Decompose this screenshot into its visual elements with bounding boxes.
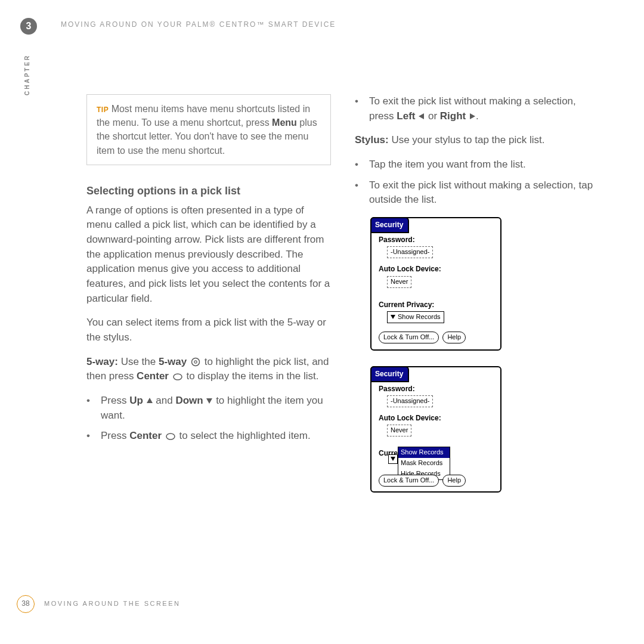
autolock-field[interactable]: Never: [387, 276, 411, 288]
password-label: Password:: [379, 235, 493, 245]
tip-label: TIP: [97, 106, 109, 114]
svg-marker-7: [470, 113, 475, 119]
security-tab[interactable]: Security: [370, 217, 409, 233]
up-arrow-icon: [146, 397, 153, 404]
security-tab[interactable]: Security: [370, 366, 409, 382]
right-bullets-1: •To exit the pick list without making a …: [355, 94, 599, 123]
svg-point-1: [194, 361, 197, 363]
palm-security-panel-open: Security Password: -Unassigned- Auto Loc…: [370, 366, 501, 493]
para1: A range of options is often presented in…: [86, 203, 331, 306]
svg-marker-4: [206, 398, 212, 404]
right-arrow-icon: [469, 113, 476, 120]
privacy-picklist[interactable]: Show Records: [387, 311, 444, 323]
lock-turnoff-button[interactable]: Lock & Turn Off...: [379, 332, 439, 343]
picklist-toggle[interactable]: [388, 454, 398, 464]
svg-point-5: [166, 434, 175, 439]
fiveway-lead: 5-way:: [86, 356, 118, 367]
chapter-badge: 3: [20, 18, 37, 35]
password-field[interactable]: -Unassigned-: [387, 246, 433, 258]
fiveway-icon: [190, 357, 202, 367]
svg-point-2: [174, 374, 182, 380]
dropdown-option-mask[interactable]: Mask Records: [398, 458, 450, 469]
stylus-para: Stylus: Use your stylus to tap the pick …: [355, 133, 599, 148]
down-arrow-icon: [206, 397, 213, 404]
para2: You can select items from a pick list wi…: [86, 315, 331, 345]
autolock-label: Auto Lock Device:: [379, 413, 493, 423]
chevron-down-icon: [391, 457, 395, 461]
center-icon: [172, 373, 184, 381]
footer-title: MOVING AROUND THE SCREEN: [44, 599, 181, 609]
chapter-side-label: CHAPTER: [23, 54, 32, 95]
svg-marker-6: [419, 113, 424, 119]
help-button[interactable]: Help: [442, 332, 466, 343]
password-label: Password:: [379, 384, 493, 394]
password-field[interactable]: -Unassigned-: [387, 395, 433, 407]
tip-bold-menu: Menu: [272, 117, 297, 128]
right-bullets-2: •Tap the item you want from the list. •T…: [355, 157, 599, 208]
center-icon: [165, 432, 177, 441]
palm-security-panel-closed: Security Password: -Unassigned- Auto Loc…: [370, 217, 501, 351]
svg-point-0: [191, 358, 199, 366]
left-column: TIP Most menu items have menu shortcuts …: [86, 94, 331, 508]
chevron-down-icon: [391, 315, 395, 319]
help-button[interactable]: Help: [442, 475, 466, 487]
dropdown-option-show[interactable]: Show Records: [398, 447, 450, 458]
left-arrow-icon: [418, 113, 425, 120]
currentprivacy-label: Current Privacy:: [379, 300, 493, 310]
autolock-field[interactable]: Never: [387, 425, 411, 436]
footer: 38 MOVING AROUND THE SCREEN: [17, 595, 181, 613]
fiveway-para: 5-way: Use the 5-way to highlight the pi…: [86, 355, 331, 384]
lock-turnoff-button[interactable]: Lock & Turn Off...: [379, 475, 439, 487]
svg-marker-3: [147, 398, 153, 403]
right-column: •To exit the pick list without making a …: [355, 94, 599, 508]
header-title: MOVING AROUND ON YOUR PALM® CENTRO™ SMAR…: [61, 20, 336, 30]
page-number: 38: [17, 595, 35, 613]
left-bullets: •Press Up and Down to highlight the item…: [86, 394, 331, 444]
tip-box: TIP Most menu items have menu shortcuts …: [86, 94, 331, 165]
section-heading: Selecting options in a pick list: [86, 183, 331, 199]
autolock-label: Auto Lock Device:: [379, 264, 493, 274]
